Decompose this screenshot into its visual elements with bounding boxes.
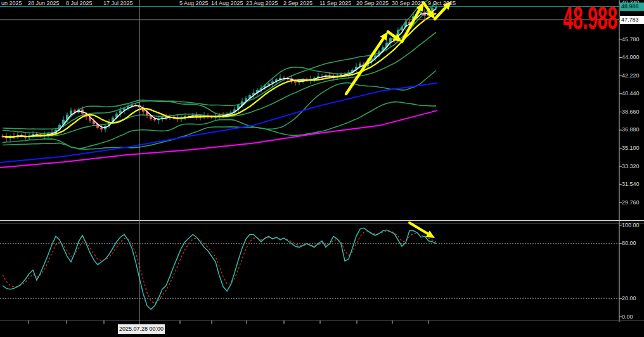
time-axis-label: 11 Sep 2025 <box>319 0 351 7</box>
time-axis-label: 2 Sep 2025 <box>283 0 312 7</box>
bollinger-slow-lower <box>3 102 436 149</box>
candle <box>389 37 392 46</box>
trading-chart-window: 48.988 48.988 47.783 2025.07.28 00:00 49… <box>0 0 644 337</box>
candle <box>9 135 11 141</box>
candle <box>13 133 15 140</box>
time-axis-label: 17 Jul 2025 <box>103 0 133 7</box>
time-axis-label: 5 Aug 2025 <box>179 0 209 7</box>
time-axis-label: 8 Jul 2025 <box>66 0 93 7</box>
trend-arrow-shaft[interactable] <box>388 32 396 37</box>
candle <box>203 112 205 119</box>
candle <box>108 119 110 128</box>
candle <box>317 73 319 80</box>
price-axis[interactable] <box>619 0 644 320</box>
time-axis-label: 30 Sep 2025 <box>392 0 424 7</box>
candle-body <box>401 27 403 30</box>
candle <box>100 124 103 132</box>
crosshair-price-tag: 47.783 <box>620 16 644 24</box>
candle <box>260 85 262 93</box>
candle <box>32 131 34 138</box>
candle-body <box>153 119 156 120</box>
candle <box>321 74 323 79</box>
time-axis-label: 28 Jun 2025 <box>28 0 60 7</box>
time-axis-label: 23 Aug 2025 <box>246 0 278 7</box>
stoch-main-line <box>3 228 436 309</box>
current-price-tag: 48.988 <box>620 3 644 11</box>
bollinger-fast-lower <box>3 70 436 149</box>
crosshair-time-tag: 2025.07.28 00:00 <box>118 324 165 334</box>
candle <box>5 133 8 142</box>
panel-separator-top[interactable] <box>0 220 644 221</box>
chart-canvas[interactable] <box>0 0 644 337</box>
candle <box>146 109 148 118</box>
time-axis-label: 20 Sep 2025 <box>356 0 389 7</box>
time-axis-label: 9 Oct 2025 <box>428 0 456 7</box>
candle-body <box>100 128 103 129</box>
time-axis[interactable] <box>0 320 644 337</box>
main-panel <box>0 0 437 168</box>
stoch-signal-line <box>3 231 436 303</box>
trend-arrow-shaft[interactable] <box>435 8 446 20</box>
time-axis-label: 14 Aug 2025 <box>211 0 243 7</box>
trend-arrow-shaft[interactable] <box>409 223 428 234</box>
panel-separator-bottom[interactable] <box>0 223 644 223</box>
candle <box>165 114 167 121</box>
big-price-display: 48.988 <box>563 1 617 37</box>
candle-body <box>420 12 422 13</box>
oscillator-panel <box>0 228 619 309</box>
ma-magenta <box>0 110 437 168</box>
time-axis-label: un 2025 <box>1 0 22 7</box>
candle <box>142 105 145 115</box>
bollinger-slow-upper <box>3 3 436 129</box>
